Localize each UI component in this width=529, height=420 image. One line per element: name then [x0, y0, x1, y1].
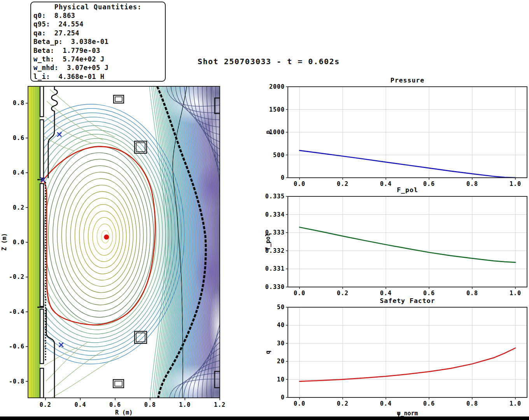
- info-line: q0: 8.863: [33, 11, 163, 20]
- y-tick-label: 30: [277, 340, 285, 347]
- plot-title: Pressure: [391, 77, 424, 84]
- x-tick-label: 0.2: [337, 400, 349, 407]
- y-tick-label: 0: [281, 174, 285, 181]
- flux-ring: [70, 185, 133, 287]
- x-tick-label: 1.0: [179, 401, 191, 408]
- x-tick-label: 0.8: [466, 290, 478, 297]
- x-axis-label: R (m): [115, 409, 133, 416]
- y-tick-label: 0.4: [13, 169, 25, 176]
- y-tick-label: 10: [277, 376, 285, 383]
- series-line-q: [300, 348, 515, 382]
- physical-quantities-lines: q0: 8.863q95: 24.554qa: 27.254Beta_p: 3.…: [33, 11, 163, 81]
- contour-field: [0, 76, 243, 408]
- y-tick-label: -0.8: [9, 378, 25, 385]
- x-tick-label: 1.0: [510, 180, 521, 187]
- x-tick-label: 0.6: [423, 180, 435, 187]
- flux-ring: [88, 211, 120, 261]
- x-tick-label: 0.6: [423, 290, 435, 297]
- y-tick-label: 40: [277, 322, 285, 329]
- series-line-p: [300, 150, 515, 178]
- y-tick-label: -0.4: [9, 308, 25, 315]
- shot-title: Shot 250703033 - t = 0.602s: [198, 57, 340, 66]
- plot-title: F_pol: [397, 186, 418, 194]
- profile-plot-f_pol: 0.00.20.40.60.81.00.3300.3310.3320.3330.…: [264, 186, 527, 297]
- x-tick-label: 0.0: [294, 400, 305, 407]
- info-line: w_mhd: 3.07e+05 J: [33, 63, 163, 72]
- x-tick-label: 0.0: [294, 180, 305, 187]
- y-tick-label: 0.8: [13, 100, 25, 107]
- y-tick-label: 0.6: [13, 135, 25, 142]
- y-tick-label: 0.2: [13, 204, 25, 211]
- x-axis-label: ψ_norm: [397, 410, 418, 417]
- flux-ring: [61, 172, 140, 299]
- magnetic-axis-dot: [104, 234, 109, 240]
- info-line: q95: 24.554: [33, 20, 163, 28]
- x-tick-label: 0.0: [294, 290, 305, 297]
- info-line: w_th: 5.74e+02 J: [33, 55, 163, 63]
- y-tick-label: 0.331: [265, 265, 285, 272]
- flux-ring: [75, 192, 130, 280]
- equilibrium-contour-plot: 0.20.40.60.81.01.2-0.8-0.6-0.4-0.20.00.2…: [0, 76, 251, 420]
- x-tick-label: 0.4: [74, 401, 86, 408]
- y-tick-label: 2000: [269, 83, 285, 90]
- y-axis-label: q: [264, 350, 272, 354]
- y-tick-label: 1500: [269, 106, 285, 113]
- y-tick-label: 0: [281, 394, 285, 401]
- x-tick-label: 0.4: [380, 180, 392, 187]
- y-tick-label: 20: [277, 358, 285, 365]
- physical-quantities-title: Physical Quantities:: [33, 3, 163, 11]
- x-tick-label: 1.0: [510, 400, 521, 407]
- x-point-marker: [59, 343, 63, 347]
- x-tick-label: 0.8: [466, 400, 478, 407]
- info-line: qa: 27.254: [33, 29, 163, 37]
- y-tick-label: -0.2: [9, 273, 25, 280]
- y-tick-label: 50: [277, 304, 285, 311]
- y-tick-label: 0.0: [13, 239, 25, 246]
- letterbox-bar: [0, 416, 529, 420]
- info-line: Beta_p: 3.038e-01: [33, 37, 163, 46]
- y-tick-label: 0.335: [265, 193, 285, 200]
- flux-ring: [44, 146, 154, 324]
- x-tick-label: 0.4: [380, 290, 392, 297]
- figure-canvas: Physical Quantities: q0: 8.863q95: 24.55…: [0, 0, 529, 420]
- y-tick-label: 0.330: [265, 284, 285, 290]
- flux-ring: [57, 166, 144, 305]
- y-axis-label: f_pol: [264, 233, 272, 250]
- plot-title: Safety Factor: [380, 297, 435, 304]
- x-tick-label: 0.6: [109, 401, 121, 408]
- x-tick-label: 0.4: [380, 400, 392, 407]
- y-tick-label: 500: [273, 152, 285, 159]
- x-tick-label: 0.8: [144, 401, 156, 408]
- y-axis-label: Z (m): [1, 233, 8, 250]
- x-tick-label: 1.2: [214, 401, 226, 408]
- y-tick-label: -0.6: [9, 343, 25, 350]
- physical-quantities-box: Physical Quantities: q0: 8.863q95: 24.55…: [30, 2, 166, 82]
- profile-plot-p: 0.00.20.40.60.81.00500100015002000Pressu…: [264, 77, 527, 187]
- y-axis-label: p: [264, 130, 272, 134]
- y-tick-label: 0.334: [265, 211, 285, 218]
- x-tick-label: 1.0: [510, 290, 521, 297]
- info-line: l_i: 4.368e-01 H: [33, 72, 163, 81]
- profile-plot-q: 0.00.20.40.60.81.001020304050Safety Fact…: [264, 297, 527, 417]
- flux-ring: [53, 159, 147, 311]
- x-tick-label: 0.8: [466, 180, 478, 187]
- x-tick-label: 0.2: [337, 180, 349, 187]
- x-tick-label: 0.2: [337, 290, 349, 297]
- flux-ring: [84, 205, 123, 268]
- info-line: Beta: 1.779e-03: [33, 46, 163, 55]
- x-tick-label: 0.6: [423, 400, 435, 407]
- profile-plots: 0.00.20.40.60.81.00500100015002000Pressu…: [257, 76, 529, 420]
- x-tick-label: 0.2: [40, 401, 51, 408]
